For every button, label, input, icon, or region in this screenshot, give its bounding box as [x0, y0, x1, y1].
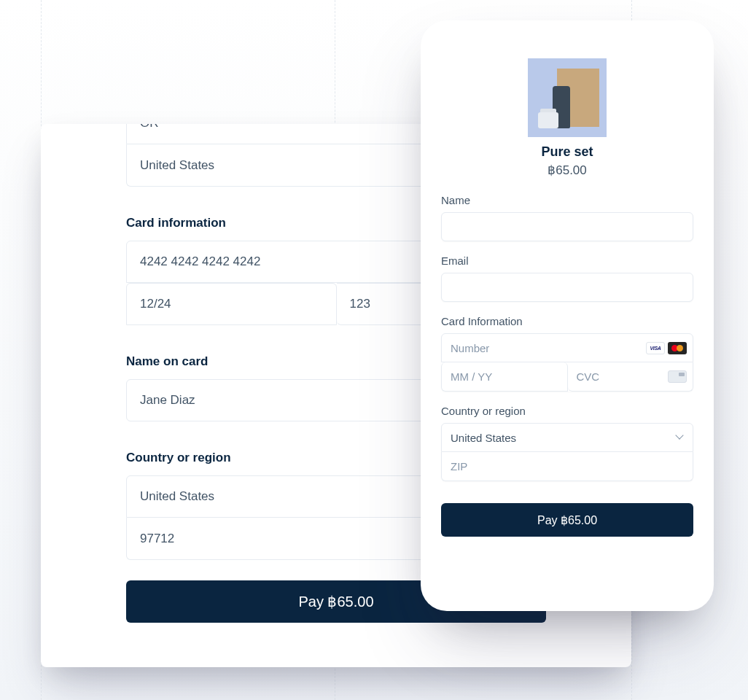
card-brand-icons: VISA: [646, 342, 687, 354]
card-number-input[interactable]: Number VISA: [441, 333, 693, 362]
mastercard-icon: [668, 342, 687, 354]
country-region-label: Country or region: [441, 405, 693, 417]
card-cvc-placeholder: CVC: [577, 370, 600, 383]
mobile-checkout-card: Pure set ฿65.00 Name Email Card Informat…: [421, 20, 714, 611]
card-expiry-input[interactable]: MM / YY: [441, 362, 568, 392]
name-input[interactable]: [441, 212, 693, 241]
card-number-placeholder: Number: [451, 342, 489, 354]
card-cvc-input[interactable]: CVC: [568, 362, 694, 392]
generic-card-icon: [668, 370, 687, 383]
product-image: [528, 58, 607, 137]
zip-placeholder: ZIP: [451, 460, 467, 472]
card-info-label: Card Information: [441, 315, 693, 327]
product-price: ฿65.00: [441, 163, 693, 178]
zip-input[interactable]: ZIP: [441, 452, 693, 481]
country-select-value: United States: [451, 432, 516, 444]
product-title: Pure set: [441, 144, 693, 160]
name-label: Name: [441, 194, 693, 206]
card-expiry-placeholder: MM / YY: [451, 370, 492, 383]
email-input[interactable]: [441, 273, 693, 302]
country-select[interactable]: United States: [441, 423, 693, 452]
cvc-hint-icon-wrap: [668, 370, 687, 383]
chevron-down-icon: [677, 434, 684, 441]
card-expiry-input[interactable]: 12/24: [126, 283, 337, 325]
visa-icon: VISA: [646, 342, 665, 354]
pay-button[interactable]: Pay ฿65.00: [441, 503, 693, 537]
email-label: Email: [441, 254, 693, 267]
